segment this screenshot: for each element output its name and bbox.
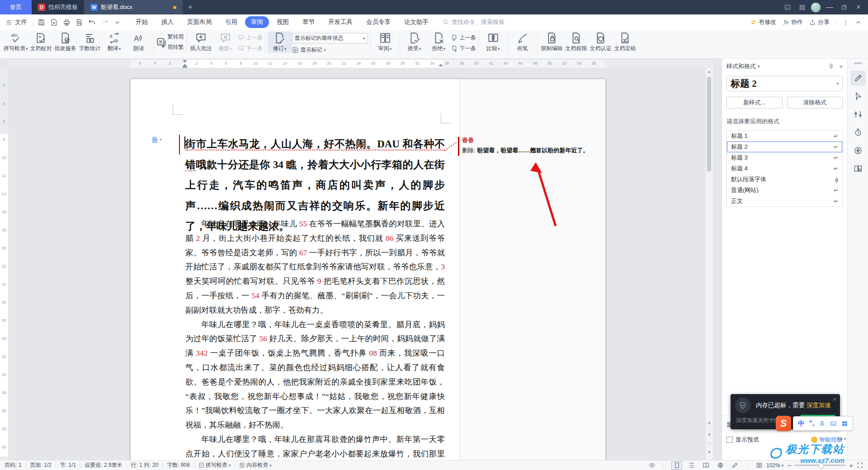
popup-close-icon[interactable]: × xyxy=(833,396,836,403)
markup-state-dropdown[interactable]: 显示标记的最终状态▾ xyxy=(292,33,368,43)
status-item[interactable]: 页码: 1 xyxy=(5,461,21,469)
menu-视图[interactable]: 视图 xyxy=(271,16,295,28)
ribbon-brush-button[interactable]: 画笔 xyxy=(510,32,535,53)
ribbon-doc-cert-button[interactable]: 文档认证 xyxy=(589,32,613,53)
minimize-button[interactable]: — xyxy=(824,2,835,12)
content-check-status[interactable]: 内容检查▾ xyxy=(239,461,272,469)
quick-tools-icon[interactable] xyxy=(850,143,866,158)
style-item-标题 3[interactable]: 标题 3↵ xyxy=(727,152,842,163)
more-options-icon[interactable]: ⋮ xyxy=(843,19,849,26)
menu-引用[interactable]: 引用 xyxy=(219,16,243,28)
status-item[interactable]: 设置值: 2.9厘米 xyxy=(85,461,122,469)
horizontal-ruler[interactable]: 6422468101214161820222426283032343638404… xyxy=(8,60,713,68)
page-view-icon[interactable] xyxy=(671,461,682,470)
apps-grid-icon[interactable] xyxy=(796,2,808,12)
collapse-ribbon-icon[interactable] xyxy=(855,19,862,26)
menu-论文助手[interactable]: 论文助手 xyxy=(398,16,434,28)
ribbon-doc-final-button[interactable]: 文档定稿 xyxy=(613,32,637,53)
trad-to-simp-button[interactable]: 繁转简 xyxy=(168,33,184,41)
new-tab-button[interactable]: + xyxy=(183,0,198,14)
sogou-logo-icon[interactable]: S xyxy=(776,416,791,431)
ribbon-comment-del-button[interactable]: 删除▾ xyxy=(213,32,238,53)
web-view-icon[interactable] xyxy=(715,461,726,470)
quick-access-more-icon[interactable] xyxy=(112,17,123,28)
ime-language-toggle[interactable]: 中 xyxy=(798,419,805,428)
show-markup-button[interactable]: 显示标记▾ xyxy=(292,46,368,54)
scroll-up-icon[interactable]: ▲ xyxy=(706,70,713,74)
outline-view-icon[interactable] xyxy=(686,461,697,470)
ribbon-restrict-button[interactable]: 限制编辑 xyxy=(540,32,564,53)
menu-开发工具[interactable]: 开发工具 xyxy=(322,16,359,28)
ribbon-translate-button[interactable]: a中翻译▾ xyxy=(102,32,127,53)
deep-boost-link[interactable]: 深度加速 xyxy=(807,402,831,409)
ribbon-nav-next-button[interactable]: 下一条 xyxy=(238,45,263,52)
style-item-默认段落字体[interactable]: 默认段落字体a xyxy=(727,174,842,185)
preview-checkbox[interactable] xyxy=(726,437,733,443)
status-item[interactable]: 节: 1/1 xyxy=(60,461,76,469)
print-preview-icon[interactable] xyxy=(74,17,85,28)
ribbon-change-prev-button[interactable]: 上一条 xyxy=(451,34,476,42)
restore-button[interactable] xyxy=(838,2,850,12)
redo-icon[interactable] xyxy=(99,17,110,28)
style-item-正文[interactable]: 正文↵ xyxy=(727,196,842,207)
ime-punctuation-icon[interactable]: °, xyxy=(809,419,814,428)
ribbon-review-pane-button[interactable]: 审阅▾ xyxy=(373,32,397,53)
share-button[interactable]: 分享 xyxy=(809,18,830,26)
status-item[interactable]: 字数: 906 xyxy=(167,461,190,469)
new-style-button[interactable]: 新样式... xyxy=(726,97,783,108)
limited-free-icon[interactable] xyxy=(850,125,866,140)
ribbon-change-next-button[interactable]: 下一条 xyxy=(451,45,476,52)
modified-status[interactable]: 有修改 xyxy=(750,18,776,26)
home-tab[interactable]: 首页 xyxy=(0,0,32,14)
book-view-icon[interactable] xyxy=(700,461,711,470)
document-tab[interactable]: W 盼望着.docx xyxy=(84,0,183,14)
status-item[interactable]: 行: 1 列: 20 xyxy=(131,461,158,469)
edit-pen-icon[interactable] xyxy=(850,70,866,86)
translate-window-icon[interactable]: 1 xyxy=(782,2,793,12)
ribbon-word-count-button[interactable]: 字数统计 xyxy=(78,32,102,53)
ribbon-read-aloud-button[interactable]: A朗读 xyxy=(127,32,151,53)
keyboard-icon[interactable] xyxy=(830,420,837,427)
menu-插入[interactable]: 插入 xyxy=(156,16,179,28)
ribbon-doc-perm-button[interactable]: 文档权限 xyxy=(564,32,589,53)
scroll-down-icon[interactable]: ▼ xyxy=(706,421,713,425)
ribbon-reject-button[interactable]: 拒绝▾ xyxy=(427,32,451,53)
ribbon-doc-proof-button[interactable]: a-文档校对 xyxy=(29,32,53,53)
previous-page-icon[interactable]: ▲ xyxy=(706,432,713,436)
zoom-slider[interactable] xyxy=(795,465,845,466)
menu-审阅[interactable]: 审阅 xyxy=(245,16,269,28)
status-item[interactable]: 页面: 1/2 xyxy=(30,461,51,469)
collaborate-button[interactable]: 协作 xyxy=(783,18,803,26)
close-button[interactable]: × xyxy=(853,2,864,12)
docer-template-tab[interactable]: D 找稻壳模板 xyxy=(32,0,84,14)
ink-view-icon[interactable] xyxy=(729,461,740,470)
menu-开始[interactable]: 开始 xyxy=(130,16,154,28)
menu-页面布局[interactable]: 页面布局 xyxy=(181,16,217,28)
ribbon-accept-button[interactable]: 接受▾ xyxy=(402,32,427,53)
ribbon-revise-button[interactable]: 修订▾ xyxy=(268,32,292,53)
style-item-标题 4[interactable]: 标题 4↵ xyxy=(727,163,842,174)
command-search[interactable]: 查找命令、搜索模板 xyxy=(443,18,505,26)
browse-object-icon[interactable]: □ xyxy=(706,441,713,445)
reader-view-icon[interactable] xyxy=(850,161,866,176)
ribbon-comment-add-button[interactable]: 插入批注 xyxy=(189,32,213,53)
clear-format-button[interactable]: 清除格式 xyxy=(787,97,843,108)
file-menu[interactable]: 文件 xyxy=(0,18,33,26)
panel-close-icon[interactable]: × xyxy=(839,63,843,70)
ribbon-doc-grade-button[interactable]: 批改服务 xyxy=(53,32,78,53)
save-icon[interactable] xyxy=(36,17,47,28)
export-icon[interactable] xyxy=(48,17,59,28)
document-page[interactable] xyxy=(130,79,606,460)
style-item-普通(网站)[interactable]: 普通(网站)↵ xyxy=(727,185,842,196)
current-style-box[interactable]: 标题 2 ▾ xyxy=(726,76,843,91)
fit-page-icon[interactable] xyxy=(756,462,763,469)
vertical-scrollbar[interactable]: ▲ ▼ ▲ □ ▼ xyxy=(705,68,713,460)
next-page-icon[interactable]: ▼ xyxy=(706,450,713,454)
ribbon-spellcheck-button[interactable]: abc拼写检查▾ xyxy=(3,32,29,53)
user-avatar[interactable] xyxy=(811,2,821,13)
scrollbar-thumb[interactable] xyxy=(707,77,711,172)
style-item-标题 2[interactable]: 标题 2↵ xyxy=(727,141,842,152)
vertical-ruler[interactable]: 24681012141618202224262830323436384042 xyxy=(0,68,9,460)
zoom-in-button[interactable]: + xyxy=(849,461,853,469)
adjust-settings-icon[interactable] xyxy=(850,107,866,122)
